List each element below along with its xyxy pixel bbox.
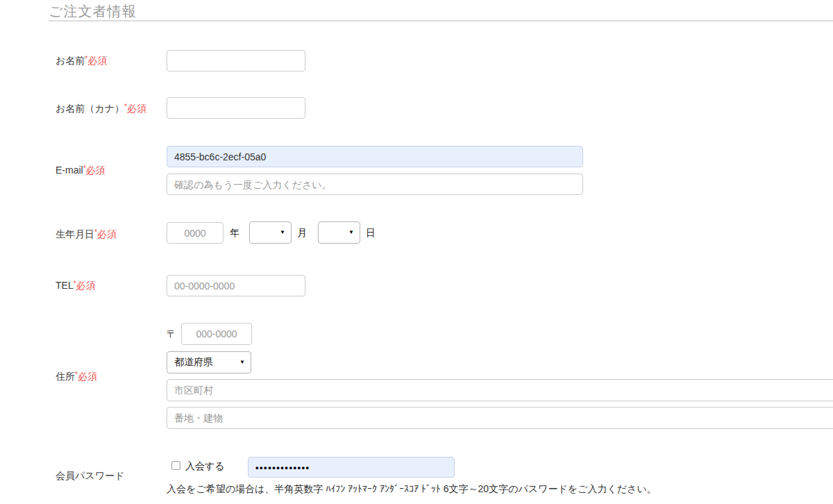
page-title: ご注文者情報 <box>49 2 136 21</box>
join-membership-checkbox-label[interactable]: 入会する <box>185 460 225 473</box>
birth-day-unit: 日 <box>366 227 376 240</box>
email-label: E-mail*必須 <box>56 165 106 177</box>
postal-mark: 〒 <box>167 328 176 341</box>
title-divider <box>49 20 833 22</box>
birth-year-input[interactable] <box>167 222 224 244</box>
building-input[interactable] <box>167 407 833 429</box>
birth-month-unit: 月 <box>297 227 307 240</box>
address-required-badge: 必須 <box>78 371 97 382</box>
birthday-label: 生年月日*必須 <box>56 228 117 241</box>
birth-day-select[interactable]: ▼ <box>318 221 360 244</box>
name-required-badge: 必須 <box>87 55 107 66</box>
name-label-text: お名前 <box>56 55 85 66</box>
member-password-label-text: 会員パスワード <box>56 470 124 481</box>
chevron-down-icon: ▼ <box>239 360 245 365</box>
email-input[interactable] <box>167 146 583 167</box>
kana-required-badge: 必須 <box>127 103 146 114</box>
email-required-badge: 必須 <box>86 165 106 176</box>
password-requirements-note: 入会をご希望の場合は、半角英数字 ﾊｲﾌﾝ ｱｯﾄﾏｰｸ ｱﾝﾀﾞｰｽｺｱ ﾄﾞ… <box>167 483 657 496</box>
birth-month-select[interactable]: ▼ <box>249 221 292 244</box>
city-input[interactable] <box>167 379 833 401</box>
email-label-text: E-mail <box>56 165 83 176</box>
tel-label-text: TEL <box>56 280 74 291</box>
join-membership-checkbox[interactable] <box>171 461 180 470</box>
kana-label-text: お名前（カナ） <box>56 103 124 114</box>
address-label-text: 住所 <box>56 371 75 382</box>
tel-label: TEL*必須 <box>56 280 96 292</box>
address-label: 住所*必須 <box>56 371 97 383</box>
postal-code-input[interactable] <box>181 323 252 345</box>
prefecture-select[interactable]: 都道府県 ▼ <box>167 351 251 373</box>
name-label: お名前*必須 <box>56 55 107 67</box>
kana-label: お名前（カナ）*必須 <box>56 103 146 115</box>
email-confirm-input[interactable] <box>167 174 583 195</box>
prefecture-selected-value: 都道府県 <box>174 356 213 369</box>
chevron-down-icon: ▼ <box>348 230 354 235</box>
birthday-required-badge: 必須 <box>97 228 117 240</box>
tel-input[interactable] <box>167 275 305 296</box>
kana-input[interactable] <box>167 97 305 119</box>
member-password-label: 会員パスワード <box>56 470 124 482</box>
name-input[interactable] <box>167 50 305 72</box>
birth-year-unit: 年 <box>230 227 239 240</box>
tel-required-badge: 必須 <box>76 280 96 291</box>
member-password-input[interactable] <box>248 457 455 478</box>
chevron-down-icon: ▼ <box>280 230 285 235</box>
orderer-info-form: ご注文者情報 お名前*必須 お名前（カナ）*必須 E-mail*必須 生年月日*… <box>0 0 833 504</box>
birthday-label-text: 生年月日 <box>56 228 94 240</box>
